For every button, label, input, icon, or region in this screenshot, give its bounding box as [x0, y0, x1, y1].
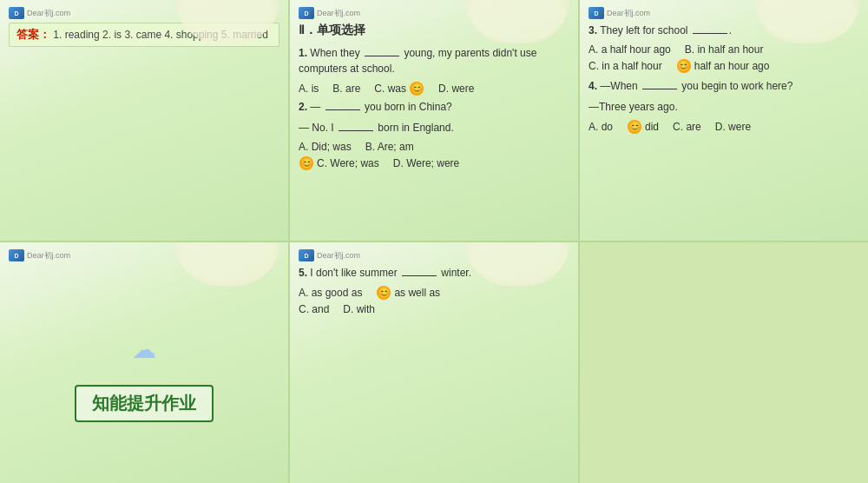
options-3: A. a half hour ago B. in half an hour: [589, 43, 859, 56]
answer-label: 答案：: [16, 28, 50, 41]
panel-answers: D Dear初j.com 答案： 1. reading 2. is 3. cam…: [0, 0, 288, 241]
logo-icon-2: D: [299, 7, 314, 19]
options-4: A. do 😊 did C. are D. were: [589, 120, 859, 134]
options-1: A. is B. are C. was 😊 D. were: [299, 82, 569, 96]
options-3b: C. in a half hour 😊 half an hour ago: [589, 59, 859, 73]
panel-section4: D Dear初j.com 5. I don't like summer wint…: [290, 242, 578, 483]
question-4: 4. —When you begin to work here?: [589, 78, 859, 94]
options-2: A. Did; was B. Are; am: [299, 141, 569, 153]
question-2: 2. — you born in China?: [299, 99, 569, 115]
options-5: A. as good as 😊 as well as: [299, 286, 569, 300]
logo-icon-3: D: [589, 7, 604, 19]
options-5b: C. and D. with: [299, 303, 569, 315]
options-2b: 😊 C. Were; was D. Were; were: [299, 156, 569, 170]
panel-section3: D Dear初j.com 3. They left for school . A…: [580, 0, 868, 241]
main-grid: D Dear初j.com 答案： 1. reading 2. is 3. cam…: [0, 0, 868, 483]
cloud-decoration: ☁: [132, 335, 156, 364]
panel-knowledge: D Dear初j.com ☁ 知能提升作业: [0, 242, 288, 483]
panel-empty: [580, 242, 868, 483]
knowledge-title: 知能提升作业: [75, 385, 214, 422]
logo-icon-4: D: [299, 249, 314, 261]
question-4b: —Three years ago.: [589, 99, 859, 115]
logo-icon-1: D: [9, 7, 24, 19]
question-2b: — No. I born in England.: [299, 120, 569, 136]
question-1: 1. When they young, my parents didn't us…: [299, 45, 569, 76]
panel-section2: D Dear初j.com Ⅱ．单项选择 1. When they young, …: [290, 0, 578, 241]
knowledge-box: ☁ 知能提升作业: [9, 265, 279, 483]
logo-icon-5: D: [9, 249, 24, 261]
